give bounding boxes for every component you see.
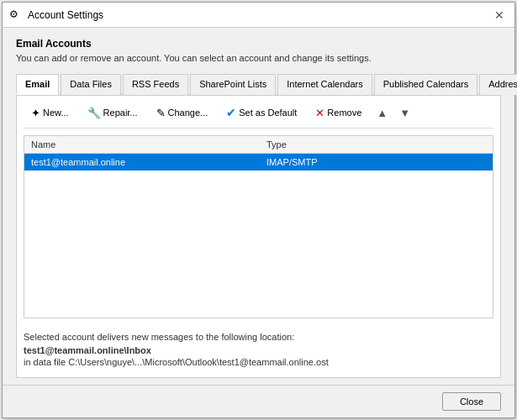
toolbar: ✦ New... 🔧 Repair... ✎ Change... ✔ Set a… bbox=[24, 102, 493, 129]
footer-description: Selected account delivers new messages t… bbox=[24, 325, 493, 370]
new-label: New... bbox=[43, 108, 69, 118]
close-dialog-button[interactable]: Close bbox=[442, 392, 501, 411]
tab-address-books[interactable]: Address Books bbox=[479, 74, 517, 95]
repair-button[interactable]: 🔧 Repair... bbox=[80, 103, 145, 123]
account-type: IMAP/SMTP bbox=[266, 157, 486, 167]
move-up-button[interactable]: ▲ bbox=[372, 104, 392, 122]
set-default-label: Set as Default bbox=[239, 108, 297, 118]
tab-internet-calendars[interactable]: Internet Calendars bbox=[277, 74, 372, 95]
footer-account-name: test1@teammail.online\Inbox bbox=[24, 345, 493, 355]
checkmark-icon: ✔ bbox=[226, 106, 236, 119]
footer-data-file: in data file C:\Users\nguye\...\Microsof… bbox=[24, 357, 493, 367]
move-down-button[interactable]: ▼ bbox=[395, 104, 414, 122]
dialog-footer: Close bbox=[3, 385, 514, 417]
account-table: Name Type test1@teammail.online IMAP/SMT… bbox=[24, 135, 493, 318]
new-icon: ✦ bbox=[31, 107, 40, 119]
account-name: test1@teammail.online bbox=[31, 157, 266, 167]
section-title: Email Accounts bbox=[16, 38, 501, 50]
remove-icon: ✕ bbox=[315, 107, 324, 119]
tab-content: ✦ New... 🔧 Repair... ✎ Change... ✔ Set a… bbox=[16, 96, 501, 378]
dialog-body: Email Accounts You can add or remove an … bbox=[3, 28, 514, 385]
change-button[interactable]: ✎ Change... bbox=[149, 103, 216, 123]
tab-rss-feeds[interactable]: RSS Feeds bbox=[123, 74, 188, 95]
table-row[interactable]: test1@teammail.online IMAP/SMTP bbox=[24, 154, 493, 171]
title-bar-left: ⚙ Account Settings bbox=[9, 8, 103, 22]
tab-email[interactable]: Email bbox=[16, 74, 59, 95]
window-close-button[interactable]: ✕ bbox=[491, 7, 508, 24]
tabs: Email Data Files RSS Feeds SharePoint Li… bbox=[16, 73, 501, 96]
set-default-button[interactable]: ✔ Set as Default bbox=[219, 102, 304, 123]
footer-desc-text: Selected account delivers new messages t… bbox=[24, 332, 294, 342]
table-header: Name Type bbox=[24, 136, 493, 154]
tab-data-files[interactable]: Data Files bbox=[61, 74, 121, 95]
change-icon: ✎ bbox=[156, 107, 166, 119]
new-button[interactable]: ✦ New... bbox=[24, 103, 76, 123]
remove-label: Remove bbox=[327, 108, 361, 118]
tab-sharepoint-lists[interactable]: SharePoint Lists bbox=[190, 74, 276, 95]
account-settings-dialog: ⚙ Account Settings ✕ Email Accounts You … bbox=[2, 2, 515, 418]
dialog-icon: ⚙ bbox=[9, 8, 23, 22]
remove-button[interactable]: ✕ Remove bbox=[308, 103, 369, 123]
col-name-header: Name bbox=[31, 139, 266, 150]
change-label: Change... bbox=[168, 108, 208, 118]
tab-published-calendars[interactable]: Published Calendars bbox=[374, 74, 478, 95]
repair-label: Repair... bbox=[103, 108, 138, 118]
dialog-title: Account Settings bbox=[28, 9, 103, 21]
title-bar: ⚙ Account Settings ✕ bbox=[3, 3, 514, 28]
section-desc: You can add or remove an account. You ca… bbox=[16, 53, 501, 63]
col-type-header: Type bbox=[266, 139, 486, 150]
repair-icon: 🔧 bbox=[87, 107, 101, 119]
